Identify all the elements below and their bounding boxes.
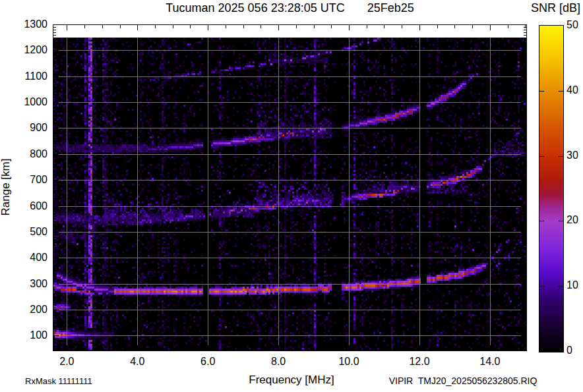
y-tick-label: 300 [0, 278, 47, 290]
x-tick-label: 8.0 [271, 356, 286, 368]
x-tick-label: 10.0 [338, 356, 359, 368]
x-tick-label: 12.0 [409, 356, 429, 368]
plot-title: Tucuman 2025 056 23:28:05 UTC25Feb25 [53, 1, 527, 15]
colorbar-tick-label: 20 [567, 214, 578, 226]
x-tick-label: 6.0 [200, 356, 215, 368]
title-date: 25Feb25 [367, 1, 414, 14]
y-tick-label: 1000 [0, 96, 47, 108]
x-axis-label: Frequency [MHz] [193, 374, 390, 387]
y-tick-label: 600 [0, 200, 47, 212]
x-tick-label: 2.0 [59, 356, 74, 368]
colorbar-tick-label: 0 [567, 345, 572, 356]
y-tick-label: 500 [0, 226, 47, 238]
title-station-time: Tucuman 2025 056 23:28:05 UTC [166, 1, 345, 14]
y-tick-label: 1100 [0, 70, 47, 82]
x-tick-label: 4.0 [130, 356, 144, 368]
y-axis-label: Range [km] [0, 151, 13, 223]
y-tick-label: 1300 [0, 18, 47, 30]
colorbar-tick-label: 40 [567, 84, 578, 96]
y-tick-label: 400 [0, 252, 47, 264]
y-tick-label: 1200 [0, 44, 47, 56]
snr-colorbar [539, 25, 564, 352]
colorbar-title: SNR [dB] [531, 1, 580, 15]
y-tick-label: 100 [0, 329, 47, 341]
ionogram-figure: Tucuman 2025 056 23:28:05 UTC25Feb25 SNR… [0, 0, 583, 392]
y-tick-label: 900 [0, 122, 47, 134]
colorbar-tick-label: 10 [567, 279, 578, 291]
y-tick-label: 200 [0, 304, 47, 316]
colorbar-tick-label: 30 [567, 150, 578, 161]
y-tick-label: 800 [0, 148, 47, 160]
colorbar-tick-label: 50 [567, 19, 578, 31]
source-file-note: VIPIR TMJ20_2025056232805.RIQ [364, 376, 562, 386]
x-tick-label: 14.0 [479, 356, 500, 368]
rxmask-note: RxMask 11111111 [25, 376, 92, 386]
ionogram-heatmap [53, 24, 527, 352]
y-tick-label: 700 [0, 174, 47, 186]
